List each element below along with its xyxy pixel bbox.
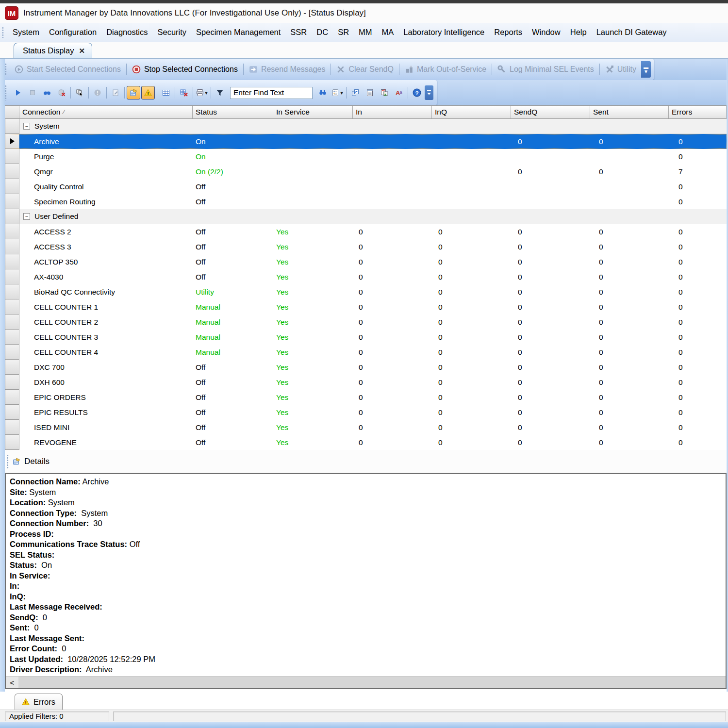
grid-button[interactable]: [159, 86, 173, 99]
clear-sendq-button[interactable]: Clear SendQ: [332, 64, 397, 75]
font-button[interactable]: Aa: [392, 86, 406, 99]
menu-item-launch-di-gateway[interactable]: Launch DI Gateway: [592, 26, 672, 39]
menu-item-configuration[interactable]: Configuration: [44, 26, 101, 39]
table-row-epic-results[interactable]: EPIC RESULTSOffYes00000: [5, 405, 727, 420]
menu-item-laboratory-intelligence[interactable]: Laboratory Intelligence: [398, 26, 489, 39]
menu-item-dc[interactable]: DC: [312, 26, 333, 39]
table-row-access-3[interactable]: ACCESS 3OffYes00000: [5, 239, 727, 254]
table-row-cell-counter-4[interactable]: CELL COUNTER 4ManualYes00000: [5, 345, 727, 360]
menu-item-help[interactable]: Help: [565, 26, 592, 39]
row-selector[interactable]: [5, 239, 19, 254]
table-row-dxc-700[interactable]: DXC 700OffYes00000: [5, 360, 727, 375]
report-button[interactable]: [363, 86, 377, 99]
row-selector[interactable]: [5, 435, 19, 450]
row-selector[interactable]: [5, 254, 19, 269]
utility-button[interactable]: Utility: [601, 64, 640, 75]
row-selector[interactable]: [5, 209, 19, 224]
image-export-button[interactable]: [378, 86, 391, 99]
row-selector[interactable]: [5, 119, 19, 134]
row-selector[interactable]: [5, 390, 19, 405]
menu-item-security[interactable]: Security: [152, 26, 191, 39]
toolbar-overflow-button[interactable]: ▬▼: [641, 61, 651, 78]
table-row-quality-control[interactable]: Quality ControlOff0: [5, 179, 727, 194]
row-selector[interactable]: [5, 345, 19, 360]
tab-close-icon[interactable]: ✕: [79, 47, 85, 55]
stop-selected-connections-button[interactable]: Stop Selected Connections: [128, 64, 242, 75]
filter-button[interactable]: [213, 86, 227, 99]
column-header-connection[interactable]: Connection∕: [19, 106, 193, 118]
table-row-archive[interactable]: ArchiveOn000: [5, 134, 727, 149]
row-selector[interactable]: [5, 224, 19, 239]
column-header-errors[interactable]: Errors: [669, 106, 727, 118]
column-header-status[interactable]: Status: [193, 106, 273, 118]
row-selector[interactable]: [5, 269, 19, 284]
warning-button[interactable]: !: [141, 86, 155, 99]
menu-item-ssr[interactable]: SSR: [285, 26, 312, 39]
start-selected-connections-button[interactable]: Start Selected Connections: [11, 64, 125, 75]
scroll-left-arrow-icon[interactable]: <: [6, 677, 18, 688]
table-row-cell-counter-1[interactable]: CELL COUNTER 1ManualYes00000: [5, 299, 727, 314]
row-selector[interactable]: [5, 194, 19, 209]
mark-out-of-service-button[interactable]: Mark Out-of-Service: [401, 64, 490, 75]
table-row-access-2[interactable]: ACCESS 2OffYes00000: [5, 224, 727, 239]
menu-item-specimen-management[interactable]: Specimen Management: [191, 26, 285, 39]
row-selector[interactable]: [5, 179, 19, 194]
column-header-sent[interactable]: Sent: [590, 106, 669, 118]
row-selector[interactable]: [5, 149, 19, 164]
table-row-cell-counter-3[interactable]: CELL COUNTER 3ManualYes00000: [5, 330, 727, 345]
collapse-group-icon[interactable]: −: [23, 213, 30, 220]
find-text-input[interactable]: [230, 87, 313, 99]
options-list-button[interactable]: ▾: [331, 86, 344, 99]
column-header-inq[interactable]: InQ: [432, 106, 511, 118]
edit-button[interactable]: [109, 86, 122, 99]
column-header-sendq[interactable]: SendQ: [511, 106, 590, 118]
stop-square-button[interactable]: [26, 86, 39, 99]
table-row-ised-mini[interactable]: ISED MINIOffYes00000: [5, 420, 727, 435]
grid-delete-button[interactable]: [177, 86, 191, 99]
find-button[interactable]: [316, 86, 330, 99]
menu-item-ma[interactable]: MA: [377, 26, 399, 39]
menu-item-system[interactable]: System: [8, 26, 44, 39]
row-selector[interactable]: [5, 405, 19, 420]
transfer-button[interactable]: [348, 86, 362, 99]
details-horizontal-scrollbar[interactable]: <: [6, 676, 726, 688]
row-selector[interactable]: [5, 420, 19, 435]
row-selector[interactable]: [5, 299, 19, 314]
menu-item-diagnostics[interactable]: Diagnostics: [101, 26, 152, 39]
table-row-qmgr[interactable]: QmgrOn (2/2)007: [5, 164, 727, 179]
info-button[interactable]: !: [91, 86, 104, 99]
log-minimal-sel-events-button[interactable]: Log Minimal SEL Events: [494, 64, 598, 75]
column-header-in-service[interactable]: In Service: [273, 106, 353, 118]
details-button[interactable]: [127, 86, 140, 99]
menu-item-sr[interactable]: SR: [333, 26, 354, 39]
row-selector[interactable]: [5, 330, 19, 345]
row-selector[interactable]: [5, 164, 19, 179]
row-selector[interactable]: [5, 360, 19, 375]
help-button[interactable]: ?: [410, 86, 424, 99]
binoculars-button[interactable]: [40, 86, 54, 99]
menu-item-window[interactable]: Window: [527, 26, 565, 39]
table-row-biorad-qc-connectivity[interactable]: BioRad QC ConnectivityUtilityYes00000: [5, 284, 727, 299]
select-pointer-button[interactable]: [73, 86, 86, 99]
table-row-acltop-350[interactable]: ACLTOP 350OffYes00000: [5, 254, 727, 269]
row-selector[interactable]: [5, 375, 19, 390]
scrollbar-track[interactable]: [18, 677, 726, 688]
print-button[interactable]: ▾: [195, 86, 209, 99]
run-button[interactable]: [11, 86, 25, 99]
table-row-dxh-600[interactable]: DXH 600OffYes00000: [5, 375, 727, 390]
menu-item-reports[interactable]: Reports: [489, 26, 527, 39]
table-row-epic-orders[interactable]: EPIC ORDERSOffYes00000: [5, 390, 727, 405]
table-row-ax-4030[interactable]: AX-4030OffYes00000: [5, 269, 727, 284]
purge-db-button[interactable]: [55, 86, 68, 99]
tab-status-display[interactable]: Status Display ✕: [14, 43, 92, 58]
tab-errors[interactable]: ! Errors: [15, 694, 63, 710]
table-row-cell-counter-2[interactable]: CELL COUNTER 2ManualYes00000: [5, 314, 727, 330]
row-selector[interactable]: [5, 284, 19, 299]
overflow-button[interactable]: [425, 85, 433, 100]
collapse-group-icon[interactable]: −: [23, 123, 30, 130]
table-row-revogene[interactable]: REVOGENEOffYes00000: [5, 435, 727, 450]
column-header-in[interactable]: In: [353, 106, 432, 118]
row-selector[interactable]: [5, 134, 19, 149]
table-row-purge[interactable]: PurgeOn0: [5, 149, 727, 164]
resend-messages-button[interactable]: Resend Messages: [245, 64, 330, 75]
